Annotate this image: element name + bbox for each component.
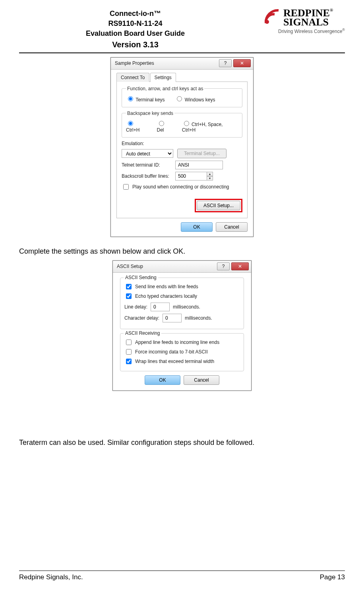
page-footer: Redpine Signals, Inc. Page 13 xyxy=(19,571,345,581)
instruction-text-2: Teraterm can also be used. Similar confi… xyxy=(19,439,345,447)
doc-title-2: RS9110-N-11-24 xyxy=(19,19,252,29)
spinner-up-icon[interactable]: ▲ xyxy=(207,172,213,176)
append-lf-label: Append line feeds to incoming line ends xyxy=(135,340,219,345)
close-button[interactable]: ✕ xyxy=(231,262,249,270)
radio-terminal-keys-input[interactable] xyxy=(128,96,133,101)
help-button[interactable]: ? xyxy=(219,59,232,67)
close-button[interactable]: ✕ xyxy=(233,59,251,67)
backspace-legend: Backspace key sends xyxy=(126,111,174,116)
wrap-lines-checkbox[interactable] xyxy=(126,359,132,364)
radio-terminal-keys-label: Terminal keys xyxy=(136,97,165,103)
settings-panel: Function, arrow, and ctrl keys act as Te… xyxy=(116,82,248,218)
echo-typed-label: Echo typed characters locally xyxy=(135,293,197,299)
company-logo-block: REDPINE® SIGNALS Driving Wireless Conver… xyxy=(252,8,345,34)
radio-ctrlh-label: Ctrl+H xyxy=(126,127,139,133)
radio-del[interactable]: Del xyxy=(157,120,172,133)
tab-settings[interactable]: Settings xyxy=(150,73,176,82)
char-delay-label: Character delay: xyxy=(124,315,159,321)
radio-windows-keys-input[interactable] xyxy=(177,96,182,101)
radio-ctrlh-input[interactable] xyxy=(128,121,133,126)
dialog-titlebar: Sample Properties ? ✕ xyxy=(111,58,253,70)
function-keys-group: Function, arrow, and ctrl keys act as Te… xyxy=(122,86,242,107)
char-delay-input[interactable] xyxy=(163,314,182,322)
backspace-group: Backspace key sends Ctrl+H Del Ctrl+H, S… xyxy=(122,111,242,138)
doc-title-1: Connect-io-n™ xyxy=(19,9,252,19)
doc-version: Version 3.13 xyxy=(112,40,159,49)
play-sound-checkbox[interactable] xyxy=(123,184,129,190)
logo-tagline: Driving Wireless Convergence xyxy=(278,29,342,34)
ascii-setup-highlight: ASCII Setup... xyxy=(195,199,242,212)
dialog-title: Sample Properties xyxy=(115,60,217,66)
radio-terminal-keys[interactable]: Terminal keys xyxy=(126,95,165,103)
instruction-text-1: Complete the settings as shown below and… xyxy=(19,247,345,256)
function-keys-legend: Function, arrow, and ctrl keys act as xyxy=(126,86,204,91)
radio-windows-keys-label: Windows keys xyxy=(185,97,215,103)
send-line-ends-checkbox[interactable] xyxy=(126,284,132,289)
line-delay-label: Line delay: xyxy=(124,304,147,310)
ascii-sending-group: ASCII Sending Send line ends with line f… xyxy=(120,278,244,329)
ascii-receiving-group: ASCII Receiving Append line feeds to inc… xyxy=(120,333,244,371)
backscroll-input[interactable] xyxy=(175,172,207,180)
spinner-down-icon[interactable]: ▼ xyxy=(207,176,213,180)
close-icon: ✕ xyxy=(238,264,242,269)
emulation-select[interactable]: Auto detect xyxy=(122,149,173,158)
wrap-lines-label: Wrap lines that exceed terminal width xyxy=(135,359,214,364)
ascii-dialog-title: ASCII Setup xyxy=(117,264,215,269)
radio-del-label: Del xyxy=(157,127,164,133)
wifi-arc-icon xyxy=(263,8,281,27)
radio-ctrlh-space-input[interactable] xyxy=(184,121,189,126)
force-7bit-checkbox[interactable] xyxy=(126,349,132,355)
close-icon: ✕ xyxy=(240,60,244,66)
page-header: Connect-io-n™ RS9110-N-11-24 Evaluation … xyxy=(19,8,345,53)
append-lf-checkbox[interactable] xyxy=(126,340,132,345)
echo-typed-checkbox[interactable] xyxy=(126,293,132,299)
ok-button[interactable]: OK xyxy=(145,375,180,385)
ascii-setup-dialog: ASCII Setup ? ✕ ASCII Sending Send line … xyxy=(112,260,252,391)
doc-title-block: Connect-io-n™ RS9110-N-11-24 Evaluation … xyxy=(19,8,252,50)
help-button[interactable]: ? xyxy=(217,262,230,270)
ascii-receiving-title: ASCII Receiving xyxy=(124,330,161,336)
footer-page-number: Page 13 xyxy=(320,573,345,581)
logo-text-bottom: SIGNALS xyxy=(283,17,333,27)
radio-ctrlh[interactable]: Ctrl+H xyxy=(126,120,147,133)
cancel-button[interactable]: Cancel xyxy=(184,375,219,385)
ascii-titlebar: ASCII Setup ? ✕ xyxy=(113,261,251,273)
send-line-ends-label: Send line ends with line feeds xyxy=(135,284,198,289)
tab-connect-to[interactable]: Connect To xyxy=(116,73,149,82)
line-delay-unit: milliseconds. xyxy=(173,304,200,310)
telnet-id-input[interactable] xyxy=(175,161,223,169)
footer-company: Redpine Signals, Inc. xyxy=(19,573,83,581)
force-7bit-label: Force incoming data to 7-bit ASCII xyxy=(135,349,208,355)
telnet-id-label: Telnet terminal ID: xyxy=(122,162,171,168)
line-delay-input[interactable] xyxy=(151,303,170,311)
radio-del-input[interactable] xyxy=(159,121,164,126)
svg-point-1 xyxy=(265,20,269,24)
ascii-setup-button[interactable]: ASCII Setup... xyxy=(197,201,240,210)
ok-button[interactable]: OK xyxy=(181,222,213,232)
ascii-sending-title: ASCII Sending xyxy=(124,275,158,280)
cancel-button[interactable]: Cancel xyxy=(216,222,248,232)
radio-windows-keys[interactable]: Windows keys xyxy=(175,95,215,103)
radio-ctrlh-space[interactable]: Ctrl+H, Space, Ctrl+H xyxy=(182,120,231,133)
sample-properties-dialog: Sample Properties ? ✕ Connect To Setting… xyxy=(110,57,254,237)
backscroll-label: Backscroll buffer lines: xyxy=(122,173,171,179)
emulation-label: Emulation: xyxy=(122,141,171,146)
play-sound-label: Play sound when connecting or disconnect… xyxy=(132,184,229,190)
doc-title-3: Evaluation Board User Guide xyxy=(19,29,252,39)
terminal-setup-button: Terminal Setup... xyxy=(177,149,227,158)
char-delay-unit: milliseconds. xyxy=(185,315,212,321)
